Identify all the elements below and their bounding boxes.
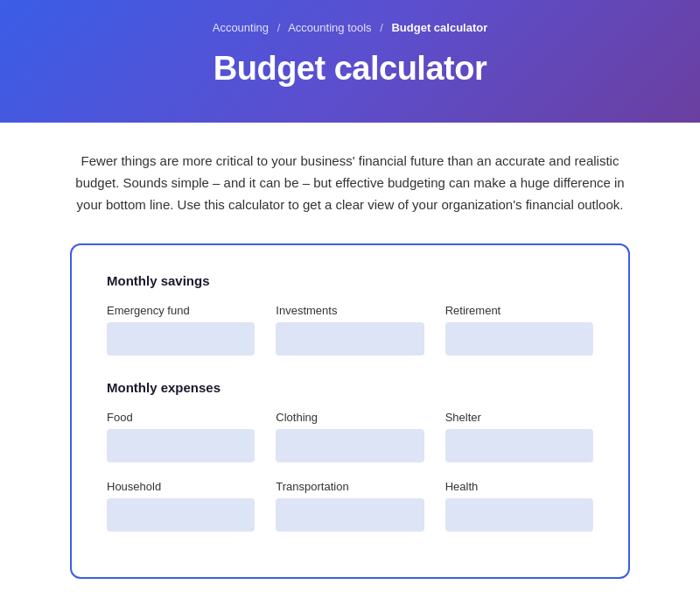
retirement-label: Retirement	[445, 304, 593, 317]
transportation-label: Transportation	[276, 480, 424, 493]
clothing-input[interactable]	[276, 429, 424, 462]
field-group-household: Household	[107, 480, 255, 532]
health-input[interactable]	[445, 498, 593, 532]
field-group-food: Food	[107, 411, 255, 462]
page-description: Fewer things are more critical to your b…	[70, 151, 630, 215]
emergency-fund-label: Emergency fund	[107, 304, 255, 317]
monthly-savings-fields: Emergency fund Investments Retirement	[107, 304, 593, 356]
page-title: Budget calculator	[18, 50, 682, 88]
breadcrumb: Accounting / Accounting tools / Budget c…	[18, 21, 682, 34]
food-label: Food	[107, 411, 255, 424]
investments-label: Investments	[276, 304, 424, 317]
field-group-retirement: Retirement	[445, 304, 593, 356]
field-group-clothing: Clothing	[276, 411, 424, 462]
household-input[interactable]	[107, 498, 255, 532]
breadcrumb-separator-2: /	[380, 21, 383, 34]
emergency-fund-input[interactable]	[107, 322, 255, 356]
breadcrumb-current: Budget calculator	[391, 21, 487, 34]
clothing-label: Clothing	[276, 411, 424, 424]
transportation-input[interactable]	[276, 498, 424, 532]
monthly-savings-title: Monthly savings	[107, 273, 593, 288]
breadcrumb-accounting[interactable]: Accounting	[213, 21, 269, 34]
monthly-expenses-section: Monthly expenses Food Clothing Shelter H…	[107, 380, 593, 532]
household-label: Household	[107, 480, 255, 493]
shelter-input[interactable]	[445, 429, 593, 462]
monthly-expenses-fields: Food Clothing Shelter Household Transpor	[107, 411, 593, 532]
monthly-savings-section: Monthly savings Emergency fund Investmen…	[107, 273, 593, 356]
header-banner: Accounting / Accounting tools / Budget c…	[0, 0, 700, 123]
food-input[interactable]	[107, 429, 255, 462]
calculator-card: Monthly savings Emergency fund Investmen…	[70, 243, 630, 579]
content-area: Fewer things are more critical to your b…	[52, 123, 648, 606]
field-group-emergency-fund: Emergency fund	[107, 304, 255, 356]
field-group-health: Health	[445, 480, 593, 532]
field-group-investments: Investments	[276, 304, 424, 356]
health-label: Health	[445, 480, 593, 493]
monthly-expenses-title: Monthly expenses	[107, 380, 593, 395]
shelter-label: Shelter	[445, 411, 593, 424]
investments-input[interactable]	[276, 322, 424, 356]
field-group-transportation: Transportation	[276, 480, 424, 532]
retirement-input[interactable]	[445, 322, 593, 356]
breadcrumb-accounting-tools[interactable]: Accounting tools	[288, 21, 371, 34]
breadcrumb-separator-1: /	[277, 21, 281, 34]
field-group-shelter: Shelter	[445, 411, 593, 462]
